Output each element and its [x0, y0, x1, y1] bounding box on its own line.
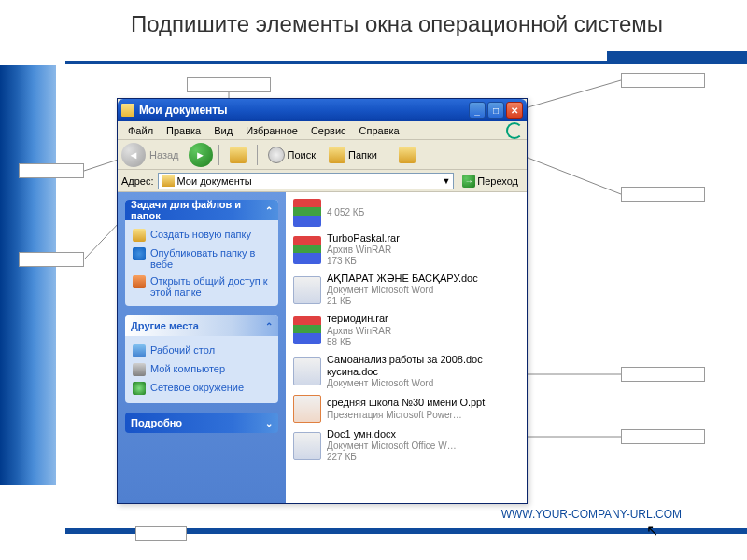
desktop-icon: [133, 344, 146, 357]
folders-button[interactable]: Папки: [324, 145, 382, 165]
file-name: термодин.rar: [327, 313, 391, 325]
menu-edit[interactable]: Правка: [160, 123, 207, 138]
file-size: 21 КБ: [327, 296, 478, 307]
menu-view[interactable]: Вид: [207, 123, 239, 138]
folder-icon: [162, 175, 175, 187]
callout-box[interactable]: [187, 77, 271, 92]
file-icon: [293, 199, 321, 227]
expand-icon: ⌄: [265, 418, 273, 428]
file-item[interactable]: АҚПАРАТ ЖӘНЕ БАСҚАРУ.doc Документ Micros…: [289, 270, 523, 310]
menu-tools[interactable]: Сервис: [304, 123, 353, 138]
file-item[interactable]: средняя школа №30 имени О.ppt Презентаци…: [289, 392, 523, 426]
callout-box[interactable]: [621, 187, 705, 202]
place-desktop[interactable]: Рабочий стол: [133, 342, 271, 360]
details-group: Подробно ⌄: [125, 413, 278, 433]
file-icon: [293, 432, 321, 460]
file-item[interactable]: 4 052 КБ: [289, 196, 523, 230]
dropdown-icon[interactable]: ▼: [442, 176, 450, 186]
file-name: Самоанализ работы за 2008.doc кусина.doc: [327, 354, 519, 378]
cursor-icon: ↖: [646, 522, 658, 539]
maximize-button[interactable]: □: [487, 102, 504, 119]
task-pane: Задачи для файлов и папок ⌃ Создать нову…: [118, 192, 286, 503]
brand-icon: [506, 122, 523, 139]
explorer-window: Мои документы _ □ ✕ Файл Правка Вид Избр…: [117, 98, 528, 504]
folders-icon: [329, 147, 345, 163]
minimize-button[interactable]: _: [469, 102, 486, 119]
file-type: Документ Microsoft Office W…: [327, 441, 457, 452]
menu-help[interactable]: Справка: [353, 123, 406, 138]
separator: [218, 145, 219, 165]
file-item[interactable]: TurboPaskal.rar Архив WinRAR 173 КБ: [289, 230, 523, 270]
file-name: АҚПАРАТ ЖӘНЕ БАСҚАРУ.doc: [327, 273, 478, 285]
file-name: TurboPaskal.rar: [327, 232, 400, 245]
file-name: Doc1 умн.docx: [327, 428, 457, 441]
menu-favorites[interactable]: Избранное: [239, 123, 304, 138]
callout-box[interactable]: [621, 73, 705, 88]
file-list[interactable]: 4 052 КБ TurboPaskal.rar Архив WinRAR 17…: [286, 192, 527, 503]
slide-title: Подпишите элементы окна операционной сис…: [93, 11, 700, 37]
file-size: 173 КБ: [327, 256, 400, 267]
details-header[interactable]: Подробно ⌄: [125, 413, 278, 433]
file-icon: [293, 357, 321, 385]
back-button[interactable]: ◄: [121, 143, 146, 167]
collapse-icon: ⌃: [265, 321, 273, 331]
file-size: 227 КБ: [327, 452, 457, 463]
place-network[interactable]: Сетевое окружение: [133, 379, 271, 398]
file-item[interactable]: Самоанализ работы за 2008.doc кусина.doc…: [289, 351, 523, 392]
file-size: 4 052 КБ: [327, 207, 364, 218]
collapse-icon: ⌃: [265, 205, 273, 216]
addressbar: Адрес: Мои документы ▼ → Переход: [118, 170, 527, 192]
view-icon: [399, 147, 416, 163]
task-share[interactable]: Открыть общий доступ к этой папке: [133, 273, 271, 301]
file-icon: [293, 395, 321, 423]
address-label: Адрес:: [121, 175, 154, 187]
callout-box[interactable]: [621, 429, 705, 444]
separator: [257, 145, 258, 165]
places-group: Другие места ⌃ Рабочий стол Мой компьюте…: [125, 315, 278, 403]
tasks-header[interactable]: Задачи для файлов и папок ⌃: [125, 200, 278, 220]
slide-accent-bar: [607, 51, 747, 63]
place-computer[interactable]: Мой компьютер: [133, 360, 271, 379]
file-icon: [293, 316, 321, 344]
up-button[interactable]: [225, 145, 251, 165]
network-icon: [133, 382, 146, 395]
forward-button[interactable]: ►: [189, 143, 213, 167]
new-folder-icon: [133, 229, 146, 242]
file-type: Архив WinRAR: [327, 245, 400, 256]
separator: [388, 145, 388, 165]
file-type: Документ Microsoft Word: [327, 378, 519, 389]
menu-file[interactable]: Файл: [121, 123, 160, 138]
search-icon: [268, 147, 285, 163]
callout-box[interactable]: [135, 526, 187, 541]
places-header[interactable]: Другие места ⌃: [125, 315, 278, 336]
view-mode-button[interactable]: [394, 145, 420, 165]
callout-box[interactable]: [19, 163, 84, 178]
back-label: Назад: [149, 149, 179, 161]
file-item[interactable]: термодин.rar Архив WinRAR 58 КБ: [289, 310, 523, 350]
computer-icon: [133, 363, 146, 376]
task-new-folder[interactable]: Создать новую папку: [133, 226, 271, 245]
toolbar: ◄ Назад ► Поиск Папки: [118, 140, 527, 170]
callout-box[interactable]: [621, 367, 705, 382]
tasks-group: Задачи для файлов и папок ⌃ Создать нову…: [125, 200, 278, 306]
file-name: средняя школа №30 имени О.ppt: [327, 397, 485, 409]
titlebar[interactable]: Мои документы _ □ ✕: [118, 99, 527, 121]
share-icon: [133, 275, 146, 288]
task-publish[interactable]: Опубликовать папку в вебе: [133, 245, 271, 273]
close-button[interactable]: ✕: [506, 102, 523, 119]
file-icon: [293, 276, 321, 304]
file-size: 58 КБ: [327, 337, 391, 348]
address-value: Мои документы: [177, 175, 252, 187]
search-button[interactable]: Поиск: [263, 145, 320, 165]
go-button[interactable]: → Переход: [458, 173, 523, 189]
file-type: Архив WinRAR: [327, 326, 391, 337]
folder-icon: [121, 104, 134, 117]
callout-box[interactable]: [19, 252, 84, 267]
address-field[interactable]: Мои документы ▼: [158, 173, 455, 189]
go-icon: →: [462, 175, 475, 188]
file-item[interactable]: Doc1 умн.docx Документ Microsoft Office …: [289, 426, 523, 466]
up-icon: [230, 147, 247, 163]
svg-line-5: [518, 154, 621, 194]
publish-icon: [133, 247, 146, 260]
window-title: Мои документы: [139, 104, 227, 117]
